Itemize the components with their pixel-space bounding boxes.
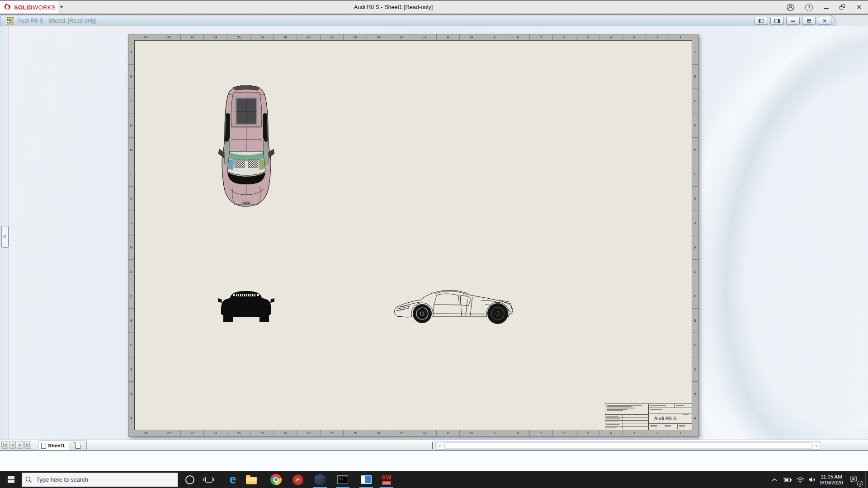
solidworks-taskbar-icon[interactable]: SW 2020 (377, 471, 396, 488)
add-sheet-tab[interactable]: ✦ (69, 441, 87, 450)
previous-sheet-button[interactable] (9, 441, 16, 449)
document-title: Audi R8 S - Sheet1 [Read-only] (18, 18, 96, 24)
window-controls: ? ✕ (787, 1, 862, 14)
battery-icon[interactable] (782, 471, 793, 488)
top-view-drawing[interactable] (218, 84, 274, 208)
zone-label: 23 (157, 34, 180, 40)
zone-label: 21 (204, 34, 227, 40)
zone-label: 22 (181, 430, 204, 436)
document-window-buttons: ✕ (755, 17, 831, 25)
zone-label: 18 (274, 430, 297, 436)
sheet-tab-bar: Sheet1 ✦ ‹ › (0, 440, 868, 451)
taskbar-search[interactable] (22, 473, 178, 487)
horizontal-scrollbar[interactable]: ‹ › (435, 441, 821, 450)
graphics-area: 242322212019181716151413121110987654321 … (0, 26, 868, 440)
tab-sheet1[interactable]: Sheet1 (38, 441, 70, 450)
notification-badge: 1 (857, 481, 863, 487)
zone-label: 15 (344, 34, 367, 40)
cortana-icon[interactable] (180, 471, 200, 488)
zone-label: 1 (669, 430, 692, 436)
action-center-icon[interactable]: 1 (847, 471, 860, 488)
help-icon[interactable]: ? (805, 4, 813, 11)
document-titlebar: Audi R8 S - Sheet1 [Read-only] ✕ (0, 15, 835, 26)
next-sheet-button[interactable] (17, 441, 24, 449)
scrollbar-track[interactable] (444, 442, 812, 449)
zone-label: 9 (483, 430, 506, 436)
zone-label: 19 (250, 34, 274, 40)
zone-label: 18 (274, 34, 297, 40)
taskbar-clock[interactable]: 11:15 AM 9/16/2020 (817, 471, 845, 488)
zone-label: E (128, 309, 134, 333)
pane-right-button[interactable] (770, 17, 784, 25)
zone-label: E (692, 309, 698, 333)
zone-label: 17 (297, 34, 320, 40)
sheet-paper[interactable]: Audi R8 S (134, 40, 692, 430)
zone-label: 19 (250, 430, 274, 436)
account-icon[interactable] (787, 4, 794, 11)
zone-label: 2 (646, 430, 669, 436)
front-view-drawing[interactable] (218, 287, 274, 324)
scroll-right-arrow[interactable]: › (812, 442, 821, 449)
zone-label: R (128, 65, 134, 89)
command-prompt-icon[interactable]: C:\ (333, 471, 353, 488)
first-sheet-button[interactable] (1, 441, 8, 449)
zone-label: M (128, 138, 134, 162)
snipping-tool-icon[interactable]: ✂ (288, 471, 308, 488)
start-button[interactable] (0, 471, 22, 488)
zone-label: 16 (321, 430, 344, 436)
wifi-icon[interactable] (795, 471, 806, 488)
side-view-drawing[interactable] (392, 286, 519, 324)
zone-ruler-right: TRPNMLKJHGFEDCBA (692, 40, 698, 430)
zone-label: 7 (530, 430, 553, 436)
zone-label: 5 (576, 430, 599, 436)
zone-label: A (128, 406, 134, 430)
last-sheet-button[interactable] (24, 441, 31, 449)
doc-close-button[interactable]: ✕ (818, 17, 831, 25)
minimize-button[interactable] (824, 5, 829, 9)
clock-time: 11:15 AM (821, 474, 842, 480)
zone-label: N (692, 113, 698, 138)
zone-ruler-left: TRPNMLKJHGFEDCBA (128, 40, 134, 430)
zone-label: P (692, 89, 698, 113)
task-view-icon[interactable] (199, 471, 219, 488)
zone-label: H (128, 235, 134, 260)
zone-label: R (692, 65, 698, 89)
drawing-document-icon (6, 17, 14, 24)
search-icon (25, 476, 32, 483)
zone-label: 10 (460, 430, 483, 436)
scroll-left-arrow[interactable]: ‹ (436, 442, 444, 449)
pane-left-button[interactable] (755, 17, 768, 25)
zone-label: 22 (181, 34, 204, 40)
close-button[interactable]: ✕ (856, 4, 862, 10)
zone-label: 24 (134, 34, 157, 40)
feature-panel-expand-handle[interactable] (1, 226, 9, 248)
edrawings-icon[interactable] (310, 471, 330, 488)
zone-label: C (128, 357, 134, 382)
chrome-icon[interactable] (266, 471, 286, 488)
zone-label: N (128, 113, 134, 138)
doc-restore-button[interactable] (802, 17, 816, 25)
zone-label: 11 (437, 430, 460, 436)
media-app-icon[interactable] (356, 471, 376, 488)
zone-label: 13 (390, 34, 413, 40)
zone-label: 14 (367, 430, 390, 436)
edge-icon[interactable]: e (223, 471, 243, 488)
file-explorer-icon[interactable] (241, 471, 261, 488)
zone-label: C (692, 357, 698, 382)
zone-label: 4 (599, 34, 623, 40)
doc-minimize-button[interactable] (786, 17, 800, 25)
show-desktop-button[interactable] (865, 471, 868, 488)
search-input[interactable] (35, 476, 168, 483)
app-titlebar: SOLIDWORKS ▶ Audi R8 S - Sheet1 [Read-on… (0, 0, 868, 14)
zone-label: P (128, 89, 134, 113)
zone-label: 6 (553, 430, 576, 436)
zone-label: 2 (646, 34, 669, 40)
restore-button[interactable] (840, 5, 845, 10)
title-block-main: Audi R8 S (649, 404, 692, 430)
zone-label: 3 (623, 430, 646, 436)
zone-label: B (128, 382, 134, 406)
pane-splitter[interactable] (432, 442, 433, 449)
zone-label: 13 (390, 430, 413, 436)
tray-chevron-icon[interactable] (769, 471, 779, 488)
volume-icon[interactable] (807, 471, 817, 488)
